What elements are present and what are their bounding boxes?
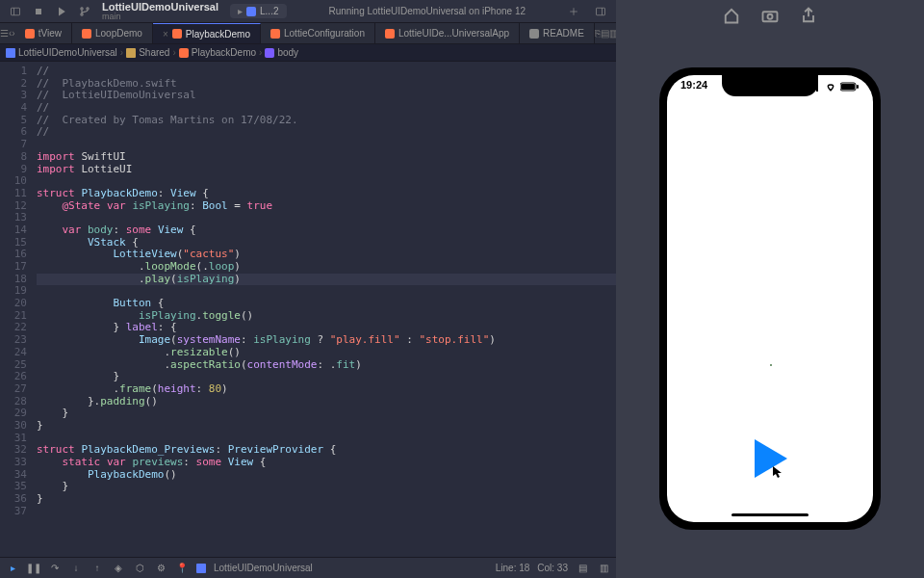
code-line[interactable]: } (37, 493, 616, 506)
env-override-icon[interactable]: ⚙ (154, 562, 167, 575)
folder-icon (126, 48, 136, 58)
hide-debug-icon[interactable]: ▸ (6, 562, 19, 575)
breadcrumb[interactable]: LottieUIDemoUniversal › Shared › Playbac… (0, 44, 616, 62)
breadcrumb-part[interactable]: Shared (139, 47, 169, 58)
project-title: LottieUIDemoUniversal main (102, 2, 218, 21)
step-over-icon[interactable]: ↷ (48, 562, 62, 575)
code-line[interactable]: .loopMode(.loop) (37, 261, 616, 274)
play-button[interactable] (749, 437, 791, 484)
svg-rect-0 (12, 8, 20, 15)
swift-file-icon (179, 48, 189, 58)
iphone-frame: 19:24 (659, 67, 881, 530)
code-line[interactable]: .resizable() (37, 347, 616, 359)
tab-label: LoopDemo (95, 28, 142, 39)
debug-bar: ▸ ❚❚ ↷ ↓ ↑ ◈ ⬡ ⚙ 📍 LottieUIDemoUniversal… (0, 557, 616, 578)
svg-rect-8 (597, 8, 605, 15)
tab-label: tView (38, 28, 62, 39)
svg-rect-19 (857, 85, 859, 89)
toolbar: LottieUIDemoUniversal main ▸ L...2 Runni… (0, 0, 616, 23)
screenshot-icon[interactable] (760, 6, 780, 25)
iphone-notch (722, 75, 818, 96)
swift-file-icon (385, 29, 395, 39)
code-line[interactable]: @State var isPlaying: Bool = true (37, 200, 616, 213)
iphone-screen[interactable]: 19:24 (667, 75, 873, 522)
project-icon (6, 48, 15, 58)
status-time: 19:24 (680, 79, 707, 94)
svg-rect-2 (36, 9, 41, 14)
app-icon (196, 564, 206, 573)
code-line[interactable]: // LottieUIDemoUniversal (37, 90, 616, 102)
svg-rect-18 (841, 84, 855, 90)
branch-icon[interactable] (75, 2, 94, 21)
step-into-icon[interactable]: ↓ (69, 562, 83, 575)
tab-tview[interactable]: tView (15, 23, 72, 43)
debug-view-icon[interactable]: ◈ (112, 562, 125, 575)
svg-point-16 (830, 89, 832, 91)
line-gutter: 1234567891011121314151617181920212223242… (0, 62, 33, 557)
svg-point-11 (768, 14, 773, 19)
wifi-icon (824, 82, 837, 92)
tab-playbackdemo[interactable]: ×PlaybackDemo (153, 23, 261, 43)
svg-point-5 (87, 7, 89, 9)
run-button[interactable] (52, 2, 71, 21)
tab-readme[interactable]: README (520, 23, 595, 43)
breadcrumb-part[interactable]: PlaybackDemo (192, 47, 256, 58)
code-line[interactable]: Image(systemName: isPlaying ? "play.fill… (37, 334, 616, 347)
code-line[interactable] (37, 506, 616, 518)
code-line[interactable]: Button { (37, 298, 616, 310)
library-button[interactable] (591, 2, 610, 21)
pause-debug-icon[interactable]: ❚❚ (27, 562, 40, 575)
code-content[interactable]: //// PlaybackDemo.swift// LottieUIDemoUn… (33, 62, 616, 557)
swift-file-icon (82, 29, 91, 39)
filter-icon[interactable]: ▤ (576, 562, 589, 575)
editor-pane: LottieUIDemoUniversal main ▸ L...2 Runni… (0, 0, 616, 578)
tab-label: README (543, 28, 584, 39)
tab-label: PlaybackDemo (186, 29, 250, 39)
stop-button[interactable] (29, 2, 48, 21)
location-icon[interactable]: 📍 (175, 562, 189, 575)
swift-file-icon (25, 29, 35, 39)
tab-label: LottieUIDe...UniversalApp (398, 28, 509, 39)
code-line[interactable]: .aspectRatio(contentMode: .fit) (37, 359, 616, 372)
sidebar-toggle-icon[interactable] (6, 2, 25, 21)
home-indicator[interactable] (732, 513, 808, 516)
share-icon[interactable] (799, 6, 818, 25)
swift-file-icon (270, 29, 280, 39)
breadcrumb-part[interactable]: body (277, 47, 298, 58)
memory-graph-icon[interactable]: ⬡ (133, 562, 146, 575)
add-button[interactable] (564, 2, 583, 21)
tab-lottieuide-universalapp[interactable]: LottieUIDe...UniversalApp (375, 23, 520, 43)
tab-label: LottieConfiguration (284, 28, 365, 39)
scheme-label: L...2 (260, 6, 278, 16)
cursor-icon (773, 464, 781, 474)
sidebar-collapse-icon[interactable]: ☰ (0, 23, 9, 43)
close-tab-icon[interactable]: × (163, 29, 168, 39)
code-line[interactable]: .play(isPlaying) (37, 274, 616, 286)
step-out-icon[interactable]: ↑ (90, 562, 104, 575)
svg-point-3 (81, 7, 83, 9)
home-icon[interactable] (722, 6, 741, 25)
adjust-editor-icon[interactable]: ▤ (601, 23, 609, 43)
code-line[interactable]: PlaybackDemo() (37, 469, 616, 482)
scheme-selector[interactable]: ▸ L...2 (230, 4, 286, 18)
code-line[interactable]: // (37, 126, 616, 139)
code-line[interactable]: import LottieUI (37, 164, 616, 176)
breadcrumb-part[interactable]: LottieUIDemoUniversal (18, 47, 117, 58)
battery-icon (840, 82, 860, 92)
project-name: LottieUIDemoUniversal (102, 2, 218, 13)
markdown-file-icon (529, 29, 539, 39)
code-editor[interactable]: 1234567891011121314151617181920212223242… (0, 62, 616, 557)
console-toggle-icon[interactable]: ▥ (597, 562, 610, 575)
tab-loopdemo[interactable]: LoopDemo (72, 23, 153, 43)
branch-name: main (102, 13, 218, 21)
code-line[interactable]: }.padding() (37, 396, 616, 408)
tab-bar: ☰ ‹ › tViewLoopDemo×PlaybackDemoLottieCo… (0, 23, 616, 44)
code-line[interactable]: // Created by Tomas Martins on 17/08/22. (37, 115, 616, 127)
cursor-col: Col: 33 (537, 563, 568, 573)
code-line[interactable]: } (37, 420, 616, 433)
tab-lottieconfiguration[interactable]: LottieConfiguration (261, 23, 375, 43)
simulator-pane: 19:24 (616, 0, 924, 578)
code-line[interactable]: } (37, 481, 616, 493)
code-line[interactable]: } (37, 407, 616, 420)
svg-point-4 (81, 13, 83, 14)
